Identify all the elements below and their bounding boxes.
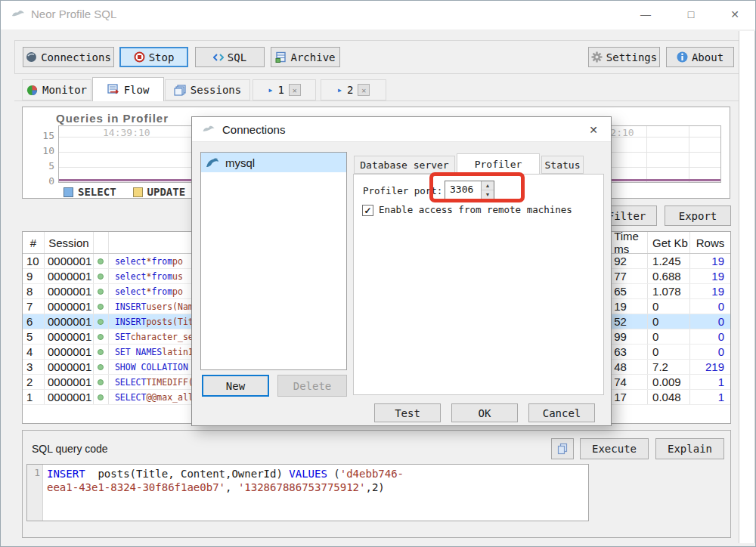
app-bird-icon [202,123,217,136]
tab-session-1-label: 1 [277,84,284,96]
tab-close-button[interactable]: ✕ [358,84,370,96]
time-ms: 74 [609,375,648,389]
query-token: @@max_all [146,392,193,403]
y-axis-tick: 15 [35,130,54,141]
title-bar: Neor Profile SQL — □ ✕ [1,1,755,29]
connection-list[interactable]: mysql [200,152,347,370]
connections-label: Connections [41,51,111,63]
maximize-icon: □ [688,8,694,20]
query-token: SELECT [115,392,147,403]
status-dot-icon [98,304,104,310]
dialog-tab-database-server[interactable]: Database server [354,156,455,174]
dialog-tab-profiler[interactable]: Profiler [457,153,540,174]
tab-profiler-label: Profiler [475,159,522,170]
query-token: latin1 [162,347,194,357]
status-cell [94,314,109,329]
new-connection-button[interactable]: New [202,375,269,397]
col-header-num[interactable]: # [23,232,45,253]
tab-flow-label: Flow [124,84,150,96]
tab-sessions[interactable]: Sessions [165,79,250,100]
row-number: 4 [23,345,45,359]
col-header-time[interactable]: Time ms [609,232,648,253]
row-count: 1 [690,390,730,404]
tab-session-1[interactable]: ▸ 1 ✕ [253,79,316,100]
tab-close-button[interactable]: ✕ [289,84,301,96]
row-count: 219 [690,360,730,374]
tab-monitor[interactable]: Monitor [22,79,91,100]
close-button[interactable]: ✕ [725,5,745,23]
cancel-button[interactable]: Cancel [528,403,595,422]
code-token: '132867886753775912' [238,481,366,493]
tab-database-server-label: Database server [360,159,448,171]
query-token: po [172,286,183,297]
tab-flow[interactable]: Flow [92,77,164,101]
new-label: New [226,380,245,392]
maximize-button[interactable]: □ [681,5,701,23]
line-number-gutter: 1 [27,465,43,521]
col-header-session[interactable]: Session [45,232,94,253]
get-kb: 1.078 [648,284,690,298]
session-id: 0000001 [45,390,94,404]
sql-code-editor[interactable]: 1 INSERT posts(Title, Content,OwnerId) V… [26,464,589,521]
query-token: select [115,286,147,297]
remote-access-checkbox[interactable]: ✓ [362,205,373,216]
col-header-status[interactable] [94,232,109,253]
status-cell [94,254,109,268]
session-id: 0000001 [45,269,94,283]
settings-button[interactable]: Settings [588,47,660,67]
row-count: 0 [690,345,730,359]
session-id: 0000001 [45,314,94,329]
legend-label: SELECT [78,186,116,198]
tab-status-label: Status [545,159,581,171]
time-ms: 65 [609,284,648,298]
stop-icon [134,51,145,63]
arrow-icon: ▸ [268,85,273,95]
session-id: 0000001 [45,375,94,389]
stop-button[interactable]: Stop [119,47,188,67]
connection-name: mysql [225,156,255,169]
code-lines[interactable]: INSERT posts(Title, Content,OwnerId) VAL… [43,465,404,521]
execute-button[interactable]: Execute [580,438,649,459]
tab-session-2-label: 2 [347,84,353,96]
status-cell [94,269,109,283]
ok-button[interactable]: OK [451,403,518,422]
time-ms: 19 [609,299,648,314]
dialog-close-icon: ✕ [589,124,598,136]
status-dot-icon [98,274,104,280]
explain-label: Explain [668,443,712,455]
dialog-title: Connections [222,123,285,136]
legend-item: UPDATE [133,186,186,198]
right-scrollbar-track[interactable] [739,31,755,543]
connections-button[interactable]: Connections [23,47,114,67]
col-header-kb[interactable]: Get Kb [648,232,690,253]
copy-button[interactable] [551,438,574,459]
connection-list-item[interactable]: mysql [201,153,346,172]
query-token: SELECT [115,377,147,388]
tab-session-2[interactable]: ▸ 2 ✕ [321,79,386,100]
explain-button[interactable]: Explain [655,438,724,459]
row-number: 9 [23,269,45,283]
dialog-tab-status[interactable]: Status [541,156,584,174]
export-button[interactable]: Export [665,206,731,226]
archive-button[interactable]: Archive [271,47,340,67]
get-kb: 0 [648,345,690,359]
row-count: 1 [690,375,730,389]
gear-icon [591,51,603,63]
minimize-button[interactable]: — [636,5,655,23]
test-button[interactable]: Test [374,403,441,422]
delete-label: Delete [293,380,332,392]
dialog-close-button[interactable]: ✕ [584,122,603,138]
sql-button[interactable]: SQL [195,47,265,67]
about-button[interactable]: About [666,47,734,67]
query-token: * [146,286,151,297]
flow-icon [107,84,119,95]
code-token: ,2) [365,481,384,493]
session-id: 0000001 [45,345,94,359]
database-sphere-icon [26,51,37,63]
col-header-rows[interactable]: Rows [690,232,730,253]
status-cell [94,345,109,359]
delete-connection-button[interactable]: Delete [277,375,347,397]
session-id: 0000001 [45,360,94,374]
time-ms: 63 [609,345,648,359]
query-token: users(Nam [146,301,193,312]
